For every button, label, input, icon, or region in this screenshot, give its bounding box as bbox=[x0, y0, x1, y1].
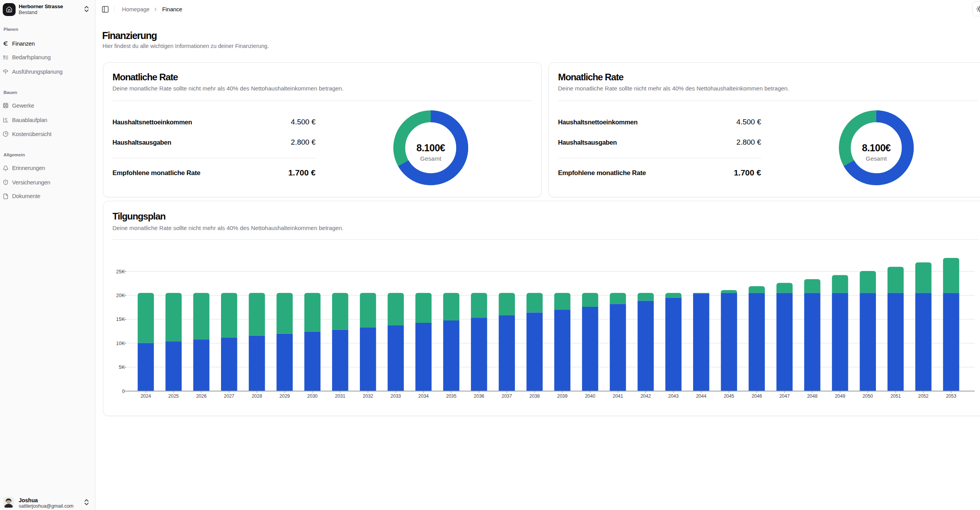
svg-text:2032: 2032 bbox=[363, 393, 373, 399]
svg-text:2029: 2029 bbox=[279, 393, 290, 399]
svg-text:2025: 2025 bbox=[168, 393, 179, 399]
svg-text:2041: 2041 bbox=[612, 393, 623, 399]
svg-text:10K: 10K bbox=[116, 341, 125, 346]
svg-text:2039: 2039 bbox=[557, 393, 568, 399]
svg-text:2038: 2038 bbox=[529, 393, 540, 399]
svg-text:2044: 2044 bbox=[696, 393, 706, 399]
svg-text:25K: 25K bbox=[116, 269, 125, 274]
svg-text:2048: 2048 bbox=[807, 393, 817, 399]
svg-text:2046: 2046 bbox=[751, 393, 762, 399]
svg-text:2045: 2045 bbox=[724, 393, 734, 399]
svg-text:15K: 15K bbox=[116, 317, 125, 322]
svg-text:2028: 2028 bbox=[251, 393, 262, 399]
svg-text:2040: 2040 bbox=[585, 393, 595, 399]
svg-text:2053: 2053 bbox=[946, 393, 956, 399]
svg-text:20K: 20K bbox=[116, 293, 125, 298]
svg-text:2049: 2049 bbox=[835, 393, 845, 399]
svg-text:0: 0 bbox=[122, 389, 125, 394]
svg-text:2035: 2035 bbox=[446, 393, 456, 399]
svg-text:2043: 2043 bbox=[668, 393, 679, 399]
svg-text:5K: 5K bbox=[119, 365, 125, 370]
svg-text:2052: 2052 bbox=[918, 393, 929, 399]
svg-text:2031: 2031 bbox=[335, 393, 345, 399]
svg-text:2051: 2051 bbox=[890, 393, 901, 399]
svg-text:2027: 2027 bbox=[224, 393, 234, 399]
svg-text:2034: 2034 bbox=[418, 393, 429, 399]
svg-text:2050: 2050 bbox=[862, 393, 873, 399]
svg-text:2037: 2037 bbox=[501, 393, 512, 399]
svg-text:2024: 2024 bbox=[140, 393, 151, 399]
svg-text:2026: 2026 bbox=[196, 393, 207, 399]
svg-text:2036: 2036 bbox=[474, 393, 484, 399]
svg-text:2042: 2042 bbox=[640, 393, 651, 399]
svg-text:2030: 2030 bbox=[307, 393, 318, 399]
svg-text:2047: 2047 bbox=[779, 393, 790, 399]
svg-text:2033: 2033 bbox=[390, 393, 401, 399]
